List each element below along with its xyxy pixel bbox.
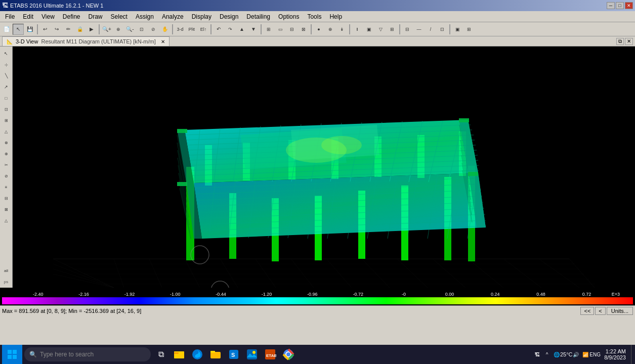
- tb-save[interactable]: 💾: [24, 24, 35, 35]
- tb-zoom-out[interactable]: 🔍-: [124, 24, 136, 35]
- tb-zoom-in[interactable]: 🔍+: [101, 24, 112, 35]
- tb-frame[interactable]: ▭: [275, 24, 286, 35]
- sb-tool12[interactable]: ≡: [1, 182, 11, 192]
- nav-prev-btn[interactable]: <: [595, 307, 605, 315]
- taskbar-photos[interactable]: [244, 346, 260, 362]
- menu-select[interactable]: Select: [107, 11, 132, 22]
- sb-tool3[interactable]: ↗: [1, 82, 11, 92]
- sb-tool1[interactable]: ⊹: [1, 60, 11, 70]
- tb-select-box[interactable]: ▣: [363, 24, 374, 35]
- tb-text1[interactable]: I: [352, 24, 363, 35]
- sb-tool11[interactable]: ⊘: [1, 171, 11, 181]
- taskbar-file-explorer[interactable]: [171, 346, 187, 362]
- tb-up[interactable]: ▲: [236, 24, 247, 35]
- sb-tool9[interactable]: ⊕: [1, 149, 11, 159]
- tb-filter[interactable]: ▽: [375, 24, 386, 35]
- menu-define[interactable]: Define: [59, 11, 84, 22]
- tb-undo[interactable]: ↩: [39, 24, 51, 35]
- tb-new[interactable]: 📄: [1, 24, 12, 35]
- menu-design[interactable]: Design: [216, 11, 242, 22]
- tb-pan[interactable]: ✋: [159, 24, 171, 35]
- sb-tool13[interactable]: ⊟: [1, 193, 11, 203]
- tb-zoom-fit[interactable]: ⊡: [136, 24, 147, 35]
- tray-language[interactable]: ENG: [591, 350, 599, 358]
- close-button[interactable]: ✕: [625, 2, 633, 9]
- tb-3d[interactable]: 3-d: [175, 24, 186, 35]
- sb-tool6[interactable]: ⊞: [1, 115, 11, 125]
- taskbar-edge[interactable]: [189, 346, 205, 362]
- menu-display[interactable]: Display: [188, 11, 216, 22]
- tb-misc2[interactable]: —: [413, 24, 425, 35]
- tray-expand-btn[interactable]: ^: [543, 350, 551, 358]
- 3d-view-area[interactable]: [13, 47, 635, 288]
- sb-tool15[interactable]: △: [1, 215, 11, 225]
- tb-misc3[interactable]: /: [425, 24, 436, 35]
- tb-section[interactable]: ⊠: [298, 24, 309, 35]
- minimize-button[interactable]: ─: [607, 2, 615, 9]
- tb-area[interactable]: ⊟: [286, 24, 298, 35]
- tb-joint[interactable]: ⊕: [325, 24, 336, 35]
- tb-down[interactable]: ▼: [248, 24, 259, 35]
- tb-pointer[interactable]: ↖: [13, 24, 24, 35]
- maximize-button[interactable]: □: [616, 2, 624, 9]
- start-button[interactable]: [2, 345, 22, 364]
- taskbar-microsoft-store[interactable]: S: [226, 346, 242, 362]
- tray-icon-etabs[interactable]: 🏗: [533, 350, 541, 358]
- tb-mesh[interactable]: ⊞: [387, 24, 398, 35]
- tb-extra2[interactable]: ⊞: [463, 24, 475, 35]
- tab-close-btn[interactable]: ✕: [625, 38, 633, 45]
- tray-volume[interactable]: 🔊: [572, 350, 580, 358]
- search-bar[interactable]: 🔍 Type here to search: [24, 347, 151, 361]
- tb-redo2[interactable]: ↷: [225, 24, 236, 35]
- menu-options[interactable]: Options: [274, 11, 303, 22]
- tb-plan[interactable]: Pl¢: [186, 24, 197, 35]
- menu-view[interactable]: View: [37, 11, 59, 22]
- menu-help[interactable]: Help: [325, 11, 346, 22]
- taskbar-chrome[interactable]: [280, 346, 297, 362]
- tb-node[interactable]: ●: [313, 24, 324, 35]
- view-tab-close[interactable]: ✕: [161, 39, 165, 44]
- sb-tool5[interactable]: ⊡: [1, 104, 11, 114]
- taskbar-clock[interactable]: 1:22 AM 8/9/2023: [602, 348, 628, 360]
- menu-assign[interactable]: Assign: [132, 11, 158, 22]
- menu-draw[interactable]: Draw: [84, 11, 107, 22]
- sb-bottom1[interactable]: all: [1, 265, 11, 276]
- tray-network[interactable]: 🌐: [553, 350, 561, 358]
- menu-edit[interactable]: Edit: [19, 11, 37, 22]
- tb-zoom-window[interactable]: ⊕: [113, 24, 124, 35]
- menu-file[interactable]: File: [1, 11, 19, 22]
- svg-rect-124: [13, 355, 17, 359]
- menu-detailing[interactable]: Detailing: [242, 11, 274, 22]
- tb-misc1[interactable]: ⊟: [402, 24, 413, 35]
- tb-load[interactable]: ↡: [336, 24, 348, 35]
- menu-tools[interactable]: Tools: [303, 11, 325, 22]
- tb-play[interactable]: ▶: [86, 24, 97, 35]
- tb-lock[interactable]: 🔒: [74, 24, 86, 35]
- sb-bottom2[interactable]: ps: [1, 277, 11, 287]
- menu-analyze[interactable]: Analyze: [158, 11, 188, 22]
- nav-prev-prev-btn[interactable]: <<: [580, 307, 594, 315]
- sb-tool2[interactable]: ╲: [1, 71, 11, 81]
- units-btn[interactable]: Units...: [607, 307, 633, 315]
- tb-elev[interactable]: El↑: [198, 24, 209, 35]
- tb-redo[interactable]: ↪: [51, 24, 62, 35]
- sb-tool4[interactable]: □: [1, 93, 11, 103]
- tb-undo2[interactable]: ↶: [213, 24, 224, 35]
- tb-extra1[interactable]: ▣: [452, 24, 463, 35]
- view-tab[interactable]: 📐 3-D View Resultant M11 Diagram (ULTIMA…: [2, 36, 170, 46]
- sb-tool7[interactable]: △: [1, 126, 11, 136]
- tray-wifi[interactable]: 📶: [581, 350, 589, 358]
- taskbar-folder[interactable]: [207, 346, 224, 362]
- taskbar-task-view[interactable]: ⧉: [153, 346, 169, 362]
- tab-float-btn[interactable]: ⧉: [616, 38, 624, 45]
- tb-misc4[interactable]: ⊡: [437, 24, 448, 35]
- tb-zoom-prev[interactable]: ⊘: [148, 24, 159, 35]
- sb-tool10[interactable]: ✂: [1, 160, 11, 170]
- taskbar-etabs[interactable]: ETABS: [262, 346, 278, 362]
- sb-select[interactable]: ↖: [1, 49, 11, 59]
- sb-tool14[interactable]: ⊠: [1, 204, 11, 214]
- tb-pencil[interactable]: ✏: [63, 24, 74, 35]
- show-desktop-btn[interactable]: [631, 345, 633, 364]
- tb-grid[interactable]: ⊞: [263, 24, 274, 35]
- sb-tool8[interactable]: ⊗: [1, 138, 11, 148]
